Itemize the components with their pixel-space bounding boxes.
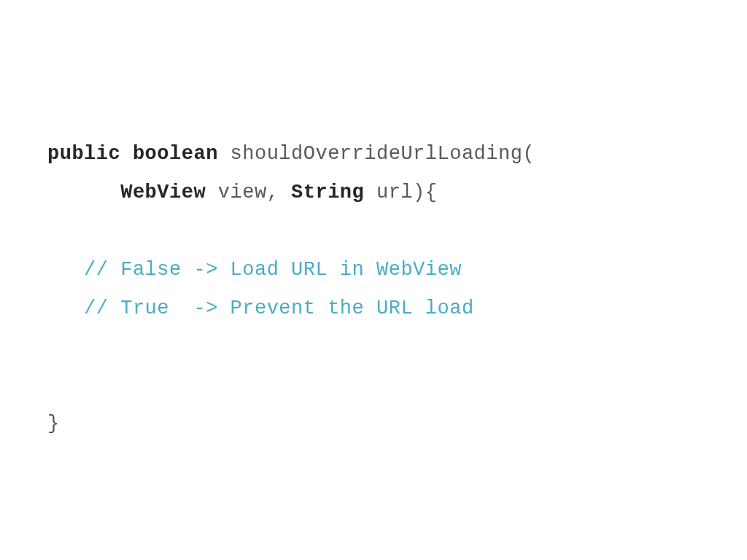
indent: [47, 259, 84, 281]
param-url: url){: [364, 182, 437, 203]
code-line-3: [47, 212, 718, 251]
keyword-boolean: boolean: [133, 143, 218, 165]
param-view: view,: [206, 182, 291, 203]
code-block: public boolean shouldOverrideUrlLoading(…: [0, 0, 747, 443]
code-line-1: public boolean shouldOverrideUrlLoading(: [47, 135, 718, 174]
code-line-5: // True -> Prevent the URL load: [47, 289, 718, 328]
type-string: String: [291, 182, 364, 203]
code-line-2: WebView view, String url){: [47, 174, 718, 212]
indent: [47, 298, 84, 319]
code-line-4: // False -> Load URL in WebView: [47, 251, 718, 289]
type-webview: WebView: [120, 182, 206, 203]
code-line-8: }: [47, 405, 718, 443]
method-name: shouldOverrideUrlLoading(: [218, 143, 535, 165]
keyword-public: public: [47, 143, 120, 165]
indent: [47, 182, 120, 203]
code-line-6: [47, 328, 718, 367]
code-line-7: [47, 366, 718, 405]
closing-brace: }: [47, 413, 60, 435]
comment-true: // True -> Prevent the URL load: [84, 298, 473, 319]
comment-false: // False -> Load URL in WebView: [84, 259, 462, 281]
